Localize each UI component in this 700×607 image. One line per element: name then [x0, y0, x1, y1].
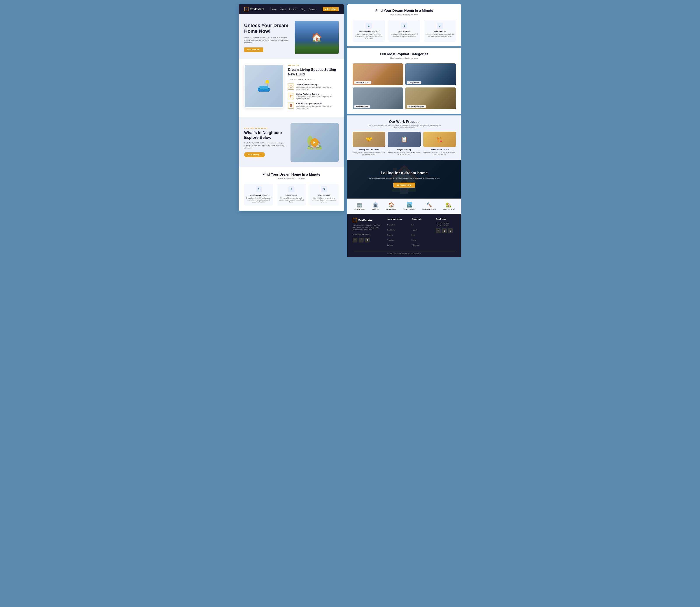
contact-pinterest-icon[interactable]: p [448, 228, 453, 233]
partner-construction-name: CONSTRUCTION [422, 209, 436, 210]
category-cozy[interactable]: Cozy Homes [405, 63, 456, 85]
contact-facebook-icon[interactable]: f [436, 228, 440, 233]
nav-contact[interactable]: Contact [309, 8, 316, 11]
partner-real-estate: 🏙️ REAL ESTATE [404, 202, 415, 210]
partner-real-estate-2: 🏡 Real Estate [443, 202, 455, 210]
partner-real-estate-icon: 🏙️ [407, 202, 412, 208]
feature-2: 🏗️ Global Architect Exports Lorem ipsum … [288, 93, 338, 100]
category-cozy-label: Cozy Homes [407, 81, 421, 84]
dream-banner-title: Loking for a dream home [354, 171, 455, 175]
feature-1-icon: 🏠 [288, 84, 294, 90]
partner-palace: 🏛️ PALACE [372, 202, 379, 210]
email-address: info@tool-themes.com [355, 234, 370, 235]
about-section: 🛋️ ABOUT US Dream Living Spaces Setting … [239, 59, 344, 118]
process-row: 🤝 Meeting With Our Clients Meeting with … [353, 132, 456, 155]
right-panel: Find Your Dream Home In a Minute Handpic… [347, 4, 461, 257]
twitter-icon[interactable]: t [359, 238, 364, 243]
feature-3-title: Built-In Storage Cupboards [296, 103, 338, 105]
process-step-3-image: 🏗️ [423, 132, 456, 147]
feature-3-icon: 🚪 [288, 103, 294, 109]
footer-link-graphicriver[interactable]: Graphicriver [387, 229, 395, 231]
email-icon: ✉ [353, 234, 354, 235]
right-step-2: 2 Meet an agent We connect to agents and… [388, 20, 420, 42]
footer-contact-social: f t p [436, 228, 456, 233]
hero-content: Unlock Your Dream Home Now! Single Famil… [244, 23, 291, 52]
process-step-1: 🤝 Meeting With Our Clients Meeting with … [353, 132, 385, 155]
footer-description: Lorem ipsum is simply dummy text of the … [353, 224, 383, 231]
right-step-3: 3 Make it official Sign official documen… [424, 20, 456, 42]
nav-links: Home About Portfolio Blog Contact [271, 7, 316, 11]
right-find-dream: Find Your Dream Home In a Minute Handpic… [347, 4, 461, 46]
nav-logo: ⌂ FaxEstate [244, 7, 264, 12]
feature-3: 🚪 Built-In Storage Cupboards Lorem ipsum… [288, 103, 338, 109]
view-property-button[interactable]: View Property → [244, 152, 265, 157]
nav-about[interactable]: About [280, 8, 286, 11]
category-family-label: Family Homes [354, 105, 370, 108]
footer-logo-icon: ⌂ [353, 218, 357, 223]
right-step-1-title: Find a propery you love [354, 30, 383, 33]
feature-1-title: The Perfect Residency [296, 84, 338, 86]
explore-more-button[interactable]: EXPLORE MORE [393, 183, 415, 188]
step-3-title: Make it official [311, 194, 337, 196]
right-steps-row: 1 Find a propery you love Browse through… [353, 20, 456, 42]
footer-link-photodune[interactable]: Photodune [387, 239, 394, 241]
facebook-icon[interactable]: f [353, 238, 357, 243]
nav-home[interactable]: Home [271, 8, 276, 11]
footer-contact-heading: Quick Link [436, 218, 456, 220]
footer-phone-1: +004 257 888 3888 [436, 223, 456, 224]
process-title: Our Work Process [353, 120, 456, 124]
play-button[interactable]: ▶ [311, 139, 318, 146]
category-family[interactable]: Family Homes [353, 87, 403, 109]
add-listing-button[interactable]: Add Listing [323, 7, 339, 12]
footer-link-faq[interactable]: FAQ [411, 224, 414, 226]
right-step-1-desc: Browse through our different homes and p… [354, 33, 383, 39]
category-condos-label: Condos & Villas [354, 81, 371, 84]
feature-2-icon: 🏗️ [288, 93, 294, 99]
right-find-dream-title: Find Your Dream Home In a Minute [353, 9, 456, 13]
footer-quick-links-heading: Quick Link [411, 218, 432, 220]
nav-portfolio[interactable]: Portfolio [289, 8, 297, 11]
footer-link-pricing[interactable]: Pricing [411, 239, 416, 241]
footer-quick-links-list: FAQ Support Blog Pricing Categories [411, 223, 432, 247]
footer-link-themeforest[interactable]: ThemeForest [387, 224, 396, 226]
right-find-dream-subtitle: Handpicked properties by our team. [353, 14, 456, 16]
step-1-desc: Browse through our different homes and p… [246, 197, 271, 203]
footer-link-behance[interactable]: Behance [387, 244, 393, 246]
nav-blog[interactable]: Blog [301, 8, 305, 11]
footer-link-dribbble[interactable]: Dribbble [387, 234, 393, 236]
partner-housetalk: 🏠 HOUSETALK [386, 202, 397, 210]
about-title: Dream Living Spaces Setting New Build [288, 67, 338, 77]
hero-image: 🏠 [295, 21, 338, 54]
footer-link-blog[interactable]: Blog [411, 234, 414, 236]
neighbour-section: EXPLORE NEIGHBOUR What's In Neighbour Ex… [239, 118, 344, 167]
footer-logo: ⌂ FaxEstate [353, 218, 383, 223]
find-dream-subtitle: Handpicked properties by our team. [244, 177, 338, 179]
right-step-3-title: Make it official [426, 30, 454, 33]
step-2: 2 Meet an agent We connect to agents and… [277, 184, 306, 206]
footer-phone-2: +004 257 888 3898 [436, 225, 456, 227]
category-condos[interactable]: Condos & Villas [353, 63, 403, 85]
find-dream-section: Find Your Dream Home In a Minute Handpic… [239, 167, 344, 211]
step-3: 3 Make it official Sign official documen… [310, 184, 338, 206]
step-1: 1 Find a propery you love Browse through… [244, 184, 273, 206]
logo-icon: ⌂ [244, 7, 248, 12]
hero-cta-button[interactable]: LEARN MORE [244, 47, 263, 52]
footer-link-categories[interactable]: Categories [411, 244, 419, 246]
neighbour-title: What's In Neighbour Explore Below [244, 130, 286, 140]
pinterest-icon[interactable]: p [365, 238, 370, 243]
partner-real-estate-name: REAL ESTATE [404, 209, 415, 210]
feature-2-title: Global Architect Exports [296, 93, 338, 95]
process-step-2: 📋 Project Planning Meeting with our clie… [388, 132, 420, 155]
feature-1-desc: Lorem ipsum is simply dummy text of the … [296, 86, 338, 90]
footer-link-support[interactable]: Support [411, 229, 417, 231]
footer-email: ✉ info@tool-themes.com [353, 234, 383, 235]
footer-copyright: © 2024 FaxEstate Made with love by Has t… [387, 253, 421, 254]
category-waterfront[interactable]: Waterfront Homes [405, 87, 456, 109]
about-tag: ABOUT US [288, 64, 338, 66]
right-step-1-number: 1 [366, 22, 372, 29]
footer-quick-links: Quick Link FAQ Support Blog Pricing Cate… [411, 218, 432, 248]
process-subtitle: Construction of itself, because it is pr… [365, 125, 444, 129]
process-step-3-title: Construction & Finalize [423, 149, 456, 151]
contact-twitter-icon[interactable]: t [442, 228, 447, 233]
right-step-3-desc: Sign official documents and make payment… [426, 33, 454, 37]
